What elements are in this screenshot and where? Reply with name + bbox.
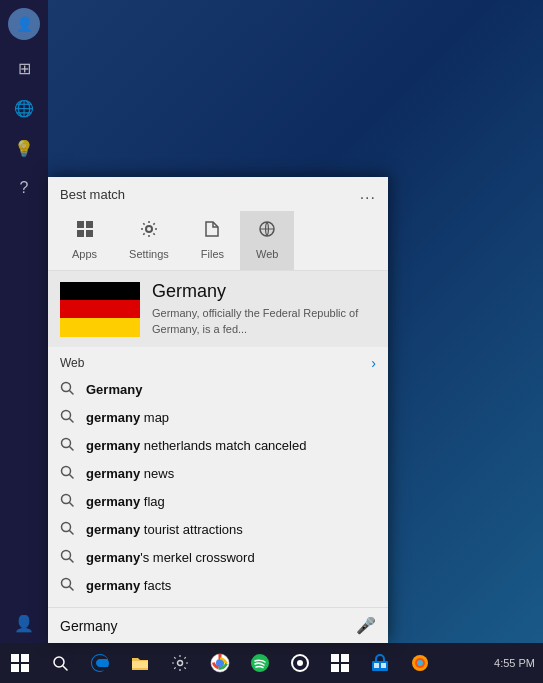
settings-taskbar-icon[interactable] [160,643,200,683]
tab-files-label: Files [201,248,224,260]
best-match-name: Germany [152,281,376,302]
svg-rect-2 [77,230,84,237]
svg-point-28 [178,661,183,666]
svg-rect-24 [11,664,19,672]
svg-line-17 [70,531,74,535]
sidebar-item-question[interactable]: ? [0,168,48,208]
svg-rect-40 [374,663,379,668]
svg-point-44 [417,660,423,666]
search-result-icon-5 [60,493,76,509]
search-input[interactable] [60,618,356,634]
system-tray: 4:55 PM [494,657,543,669]
files-icon [202,219,222,244]
result-item-germany-facts[interactable]: germany facts [48,571,388,599]
svg-line-13 [70,475,74,479]
sidebar-item-home[interactable]: ⊞ [0,48,48,88]
result-text-news: germany news [86,466,174,481]
tab-web[interactable]: Web [240,211,294,270]
sidebar-item-lightbulb[interactable]: 💡 [0,128,48,168]
search-result-icon [60,381,76,397]
germany-flag [60,282,140,337]
search-bar[interactable]: 🎤 [48,607,388,643]
web-section-arrow[interactable]: › [371,355,376,371]
user-avatar[interactable]: 👤 [8,8,40,40]
svg-rect-36 [341,654,349,662]
result-item-germany-news[interactable]: germany news [48,459,388,487]
sidebar-item-user[interactable]: 👤 [0,603,48,643]
svg-line-15 [70,503,74,507]
best-match-info: Germany Germany, officially the Federal … [152,281,376,337]
menu-options-dots[interactable]: ... [360,185,376,203]
web-section-label: Web [60,356,84,370]
svg-rect-37 [331,664,339,672]
svg-point-4 [146,226,152,232]
flag-red-stripe [60,300,140,318]
svg-rect-38 [341,664,349,672]
file-explorer-icon[interactable] [120,643,160,683]
tab-web-label: Web [256,248,278,260]
tab-apps[interactable]: Apps [56,211,113,270]
search-taskbar-button[interactable] [40,643,80,683]
menu-top-bar: Best match ... [48,177,388,211]
svg-rect-41 [381,663,386,668]
best-match-description: Germany, officially the Federal Republic… [152,306,376,337]
svg-rect-3 [86,230,93,237]
apps-icon [75,219,95,244]
time-display: 4:55 PM [494,657,535,669]
tab-apps-label: Apps [72,248,97,260]
result-item-germany-map[interactable]: germany map [48,403,388,431]
taskbar: 4:55 PM [0,643,543,683]
app6-icon[interactable] [280,643,320,683]
tab-files[interactable]: Files [185,211,240,270]
result-text-tourist: germany tourist attractions [86,522,243,537]
svg-line-19 [70,559,74,563]
result-item-germany[interactable]: Germany [48,375,388,403]
svg-line-27 [63,666,67,670]
result-item-germany-merkel[interactable]: germany's merkel crossword [48,543,388,571]
result-text-map: germany map [86,410,169,425]
result-item-germany-flag[interactable]: germany flag [48,487,388,515]
svg-line-21 [70,587,74,591]
search-results-list: Germany germany map germany netherlands … [48,375,388,599]
search-result-icon-7 [60,549,76,565]
result-text-merkel: germany's merkel crossword [86,550,255,565]
svg-point-31 [217,660,224,667]
search-result-icon-3 [60,437,76,453]
svg-line-11 [70,447,74,451]
svg-line-7 [70,391,74,395]
best-match-result[interactable]: Germany Germany, officially the Federal … [48,271,388,347]
sidebar-item-search[interactable]: 🌐 [0,88,48,128]
result-item-germany-netherlands[interactable]: germany netherlands match canceled [48,431,388,459]
svg-rect-0 [77,221,84,228]
chrome-icon[interactable] [200,643,240,683]
result-text-netherlands: germany netherlands match canceled [86,438,306,453]
tab-settings[interactable]: Settings [113,211,185,270]
search-result-icon-4 [60,465,76,481]
svg-rect-35 [331,654,339,662]
search-result-icon-8 [60,577,76,593]
result-text-flag: germany flag [86,494,165,509]
svg-rect-23 [21,654,29,662]
tab-settings-label: Settings [129,248,169,260]
flag-gold-stripe [60,318,140,336]
app7-icon[interactable] [320,643,360,683]
menu-tabs: Apps Settings Files [48,211,388,271]
firefox-icon[interactable] [400,643,440,683]
store-icon[interactable] [360,643,400,683]
svg-rect-22 [11,654,19,662]
sidebar: 👤 ⊞ 🌐 💡 ? 👤 [0,0,48,643]
result-text-germany: Germany [86,382,142,397]
svg-rect-1 [86,221,93,228]
svg-point-34 [297,660,303,666]
edge-browser-icon[interactable] [80,643,120,683]
flag-black-stripe [60,282,140,300]
start-button[interactable] [0,643,40,683]
microphone-icon[interactable]: 🎤 [356,616,376,635]
search-result-icon-6 [60,521,76,537]
result-text-facts: germany facts [86,578,171,593]
result-item-germany-tourist[interactable]: germany tourist attractions [48,515,388,543]
spotify-icon[interactable] [240,643,280,683]
svg-line-9 [70,419,74,423]
start-menu: Best match ... Apps Settings [48,177,388,643]
search-result-icon-2 [60,409,76,425]
